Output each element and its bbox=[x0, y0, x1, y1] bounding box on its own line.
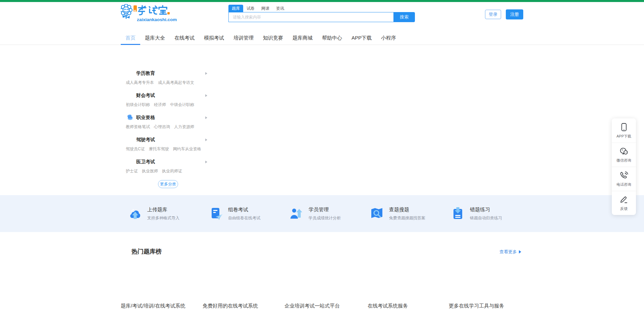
category-group-2: 职业资格 教师资格笔试 心理咨询 人力资源师 bbox=[121, 114, 210, 130]
chevron-right-icon[interactable] bbox=[205, 116, 207, 119]
site-logo[interactable]: 在线 bbox=[121, 4, 178, 25]
category-0-link-0[interactable]: 成人高考专升本 bbox=[126, 80, 154, 86]
footer-column-3: 在线考试系统服务 bbox=[368, 303, 408, 309]
category-4-link-1[interactable]: 执业医师 bbox=[142, 168, 158, 174]
category-3-link-2[interactable]: 网约车从业资格 bbox=[173, 146, 201, 152]
book-search-icon bbox=[370, 206, 384, 221]
feature-subtitle: 免费查题搜题找答案 bbox=[389, 215, 425, 221]
category-3-header[interactable]: 驾驶考试 bbox=[121, 136, 210, 143]
search-tab-0[interactable]: 题库 bbox=[228, 5, 243, 12]
auth-buttons: 登录 注册 bbox=[485, 9, 523, 19]
category-title: 财会考试 bbox=[136, 93, 155, 99]
phone-device-icon bbox=[619, 122, 629, 132]
app-download-item[interactable]: APP下载 bbox=[612, 118, 636, 143]
category-1-link-0[interactable]: 初级会计职称 bbox=[126, 102, 150, 108]
nav-item-2[interactable]: 在线考试 bbox=[170, 32, 199, 45]
view-more-link[interactable]: 查看更多 bbox=[499, 249, 521, 255]
feature-title: 组卷考试 bbox=[228, 207, 260, 213]
chevron-right-icon[interactable] bbox=[205, 138, 207, 141]
nav-item-1[interactable]: 题库大全 bbox=[140, 32, 170, 45]
floating-side-panel: APP下载 微信咨询 电话咨询 反 bbox=[612, 118, 636, 215]
logo-domain-text: zaixiankaoshi.com bbox=[137, 17, 177, 22]
feature-exam: 组卷考试 自由组卷在线考试 bbox=[209, 195, 260, 232]
page: 在线 bbox=[0, 0, 644, 333]
nav-item-4[interactable]: 培训管理 bbox=[229, 32, 258, 45]
category-2-header[interactable]: 职业资格 bbox=[121, 114, 210, 121]
category-4-icon-slot bbox=[127, 159, 135, 165]
category-0-link-1[interactable]: 成人高考高起专语文 bbox=[158, 80, 194, 86]
wechat-consult-item[interactable]: 微信咨询 bbox=[612, 143, 636, 167]
category-1-link-2[interactable]: 中级会计职称 bbox=[170, 102, 194, 108]
pencil-icon bbox=[619, 195, 629, 204]
chevron-right-icon[interactable] bbox=[205, 161, 207, 163]
category-3-link-1[interactable]: 摩托车驾驶 bbox=[149, 146, 169, 152]
panel-item-label: 反馈 bbox=[620, 206, 628, 211]
cloud-upload-icon bbox=[128, 206, 143, 221]
category-title: 驾驶考试 bbox=[136, 137, 155, 143]
nav-item-6[interactable]: 题库商城 bbox=[288, 32, 317, 45]
search-area: 题库 试卷 网课 资讯 搜索 bbox=[228, 5, 415, 22]
footer-column-1: 免费好用的在线考试系统 bbox=[203, 303, 258, 309]
feature-subtitle: 支持多种格式导入 bbox=[147, 215, 179, 221]
category-4-header[interactable]: 医卫考试 bbox=[121, 159, 210, 165]
category-1-header[interactable]: 财会考试 bbox=[121, 92, 210, 99]
panel-item-label: 电话咨询 bbox=[616, 182, 631, 187]
category-4-link-0[interactable]: 护士证 bbox=[126, 168, 138, 174]
category-title: 职业资格 bbox=[136, 115, 155, 121]
nav-item-home[interactable]: 首页 bbox=[121, 32, 140, 45]
main-nav: 首页 题库大全 在线考试 模拟考试 培训管理 知识竞赛 题库商城 帮助中心 AP… bbox=[0, 32, 644, 45]
database-icon bbox=[127, 114, 135, 121]
category-0-header[interactable]: 学历教育 bbox=[121, 70, 210, 77]
clipboard-download-icon bbox=[450, 206, 465, 221]
view-more-label: 查看更多 bbox=[499, 249, 517, 255]
nav-item-5[interactable]: 知识竞赛 bbox=[258, 32, 288, 45]
footer: 题库/考试/培训/在线考试系统 免费好用的在线考试系统 企业培训考试一站式平台 … bbox=[0, 300, 644, 333]
search-tab-2[interactable]: 网课 bbox=[258, 5, 273, 12]
feature-students: 学员管理 学员成绩统计分析 bbox=[289, 195, 341, 232]
feature-title: 上传题库 bbox=[147, 207, 179, 213]
nav-item-app-download[interactable]: APP下载 bbox=[347, 32, 376, 45]
category-3-icon-slot bbox=[127, 136, 135, 143]
chevron-right-icon[interactable] bbox=[205, 94, 207, 97]
section-title: 热门题库榜 bbox=[131, 247, 162, 256]
phone-consult-item[interactable]: 电话咨询 bbox=[612, 167, 636, 191]
category-2-link-0[interactable]: 教师资格笔试 bbox=[126, 124, 150, 130]
category-2-link-2[interactable]: 人力资源师 bbox=[174, 124, 194, 130]
panel-item-label: 微信咨询 bbox=[616, 158, 631, 163]
search-tabs: 题库 试卷 网课 资讯 bbox=[228, 5, 415, 12]
panel-item-label: APP下载 bbox=[616, 134, 631, 139]
wechat-icon bbox=[619, 147, 629, 156]
feature-strip: 上传题库 支持多种格式导入 组卷考试 自由组卷在线考试 bbox=[0, 195, 644, 232]
feature-wrong-questions: 错题练习 错题自动归类练习 bbox=[450, 195, 502, 232]
search-input[interactable] bbox=[228, 12, 393, 22]
logo-accent-square bbox=[167, 12, 170, 14]
main-area: 学历教育 成人高考专升本 成人高考高起专语文 财会考试 初级会计职称 经济师 中… bbox=[0, 45, 644, 195]
category-1-link-1[interactable]: 经济师 bbox=[154, 102, 166, 108]
category-title: 医卫考试 bbox=[136, 159, 155, 165]
feature-question-search: 查题搜题 免费查题搜题找答案 bbox=[370, 195, 425, 232]
more-categories-button[interactable]: 更多分类 bbox=[158, 180, 178, 188]
category-2-link-1[interactable]: 心理咨询 bbox=[154, 124, 170, 130]
member-up-icon bbox=[289, 206, 304, 221]
chevron-right-icon[interactable] bbox=[205, 72, 207, 75]
search-button[interactable]: 搜索 bbox=[393, 12, 415, 22]
category-title: 学历教育 bbox=[136, 70, 155, 76]
hot-question-bank-section: 热门题库榜 查看更多 bbox=[0, 232, 644, 300]
feature-title: 查题搜题 bbox=[389, 207, 425, 213]
category-3-link-0[interactable]: 驾驶员C证 bbox=[126, 146, 145, 152]
nav-item-mini-program[interactable]: 小程序 bbox=[376, 32, 401, 45]
feature-upload: 上传题库 支持多种格式导入 bbox=[128, 195, 179, 232]
login-button[interactable]: 登录 bbox=[485, 10, 501, 19]
search-tab-1[interactable]: 试卷 bbox=[243, 5, 258, 12]
register-button[interactable]: 注册 bbox=[506, 9, 523, 19]
brand-glyphs bbox=[139, 6, 167, 15]
footer-column-4: 更多在线学习工具与服务 bbox=[449, 303, 504, 309]
logo-graphic: 在线 bbox=[121, 4, 178, 23]
feature-subtitle: 错题自动归类练习 bbox=[470, 215, 502, 221]
category-group-0: 学历教育 成人高考专升本 成人高考高起专语文 bbox=[121, 70, 210, 86]
nav-item-7[interactable]: 帮助中心 bbox=[317, 32, 347, 45]
feedback-item[interactable]: 反馈 bbox=[612, 191, 636, 215]
category-4-link-2[interactable]: 执业药师证 bbox=[162, 168, 182, 174]
search-tab-3[interactable]: 资讯 bbox=[273, 5, 287, 12]
nav-item-3[interactable]: 模拟考试 bbox=[199, 32, 229, 45]
